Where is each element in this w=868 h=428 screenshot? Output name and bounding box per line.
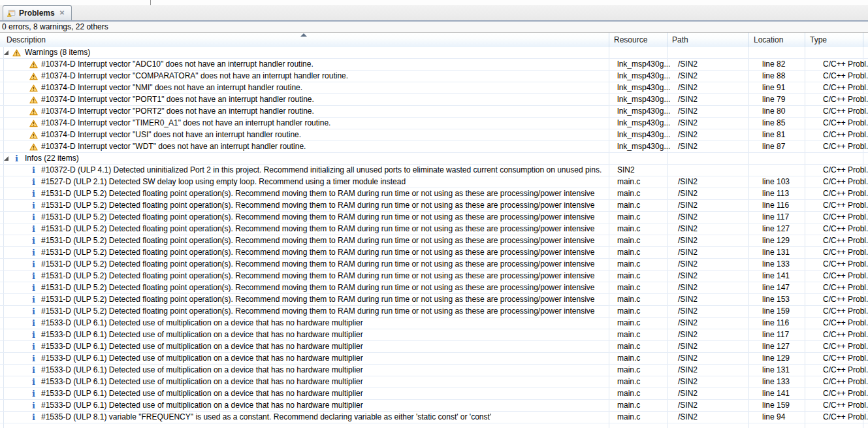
warning-icon	[29, 61, 38, 69]
item-resource: lnk_msp430g...	[613, 141, 671, 152]
table-row[interactable]: i #1533-D (ULP 6.1) Detected use of mult…	[0, 318, 868, 329]
column-header-resource[interactable]: Resource	[609, 33, 667, 47]
table-row[interactable]: i #1533-D (ULP 6.1) Detected use of mult…	[0, 341, 868, 353]
expand-caret-icon[interactable]	[3, 156, 9, 161]
item-path: /SIN2	[674, 388, 756, 399]
item-path: /SIN2	[674, 306, 756, 317]
item-location: line 131	[759, 247, 815, 258]
item-resource: main.c	[613, 235, 671, 246]
table-row[interactable]: i #1531-D (ULP 5.2) Detected floating po…	[0, 212, 868, 223]
item-path: /SIN2	[674, 341, 756, 352]
group-row[interactable]: i Infos (22 items)	[0, 153, 868, 165]
item-description: #10374-D Interrupt vector "COMPARATORA" …	[41, 71, 348, 82]
item-description: #1533-D (ULP 6.1) Detected use of multip…	[41, 388, 363, 399]
group-row[interactable]: i Warnings (8 items)	[0, 47, 868, 59]
table-row[interactable]: i #10374-D Interrupt vector "PORT1" does…	[0, 94, 868, 106]
item-description: #10374-D Interrupt vector "PORT1" does n…	[41, 94, 314, 105]
table-row[interactable]: i #1531-D (ULP 5.2) Detected floating po…	[0, 306, 868, 318]
item-resource: SIN2	[613, 165, 671, 176]
column-header-path[interactable]: Path	[667, 33, 749, 47]
table-body: i Warnings (8 items) i #10374-D Interrup…	[0, 47, 868, 428]
item-description: #1531-D (ULP 5.2) Detected floating poin…	[41, 271, 595, 282]
item-resource: main.c	[613, 212, 671, 223]
item-resource: main.c	[613, 365, 671, 376]
table-row[interactable]: i #10374-D Interrupt vector "COMPARATORA…	[0, 71, 868, 82]
tab-close-icon[interactable]: ✕	[58, 9, 66, 17]
item-location: line 91	[759, 82, 815, 93]
item-resource: lnk_msp430g...	[613, 129, 671, 140]
table-row[interactable]: i #10374-D Interrupt vector "NMI" does n…	[0, 82, 868, 94]
table-row[interactable]: i #1527-D (ULP 2.1) Detected SW delay lo…	[0, 176, 868, 188]
severity-icon: i	[29, 261, 38, 269]
table-row[interactable]: i #10374-D Interrupt vector "USI" does n…	[0, 129, 868, 141]
info-icon: i	[32, 261, 35, 269]
item-path: /SIN2	[674, 247, 756, 258]
tab-title: Problems	[19, 8, 55, 18]
item-path: /SIN2	[674, 400, 756, 411]
info-icon: i	[32, 296, 35, 304]
table-row[interactable]: i #10374-D Interrupt vector "WDT" does n…	[0, 141, 868, 153]
column-header-location[interactable]: Location	[749, 33, 805, 47]
info-icon: i	[32, 202, 35, 210]
item-path: /SIN2	[674, 318, 756, 329]
item-resource: main.c	[613, 188, 671, 199]
table-row[interactable]: i #1533-D (ULP 6.1) Detected use of mult…	[0, 376, 868, 388]
item-path: /SIN2	[674, 235, 756, 246]
item-resource: main.c	[613, 259, 671, 270]
table-row[interactable]: i #1531-D (ULP 5.2) Detected floating po…	[0, 235, 868, 247]
info-icon: i	[32, 402, 35, 410]
table-row[interactable]: i #1531-D (ULP 5.2) Detected floating po…	[0, 282, 868, 294]
table-row[interactable]: i #1531-D (ULP 5.2) Detected floating po…	[0, 294, 868, 306]
severity-icon: i	[29, 390, 38, 398]
item-resource: main.c	[613, 223, 671, 235]
sash-divider[interactable]	[150, 0, 151, 5]
item-path: /SIN2	[674, 259, 756, 270]
item-location: line 141	[759, 271, 815, 282]
item-type: C/C++ Probl...	[818, 165, 868, 176]
warning-icon	[29, 73, 38, 80]
top-edge-strip	[0, 0, 868, 5]
table-row[interactable]: i #1531-D (ULP 5.2) Detected floating po…	[0, 271, 868, 282]
problems-view-icon	[7, 8, 16, 18]
info-icon: i	[32, 308, 35, 316]
item-location: line 79	[759, 94, 815, 105]
table-row[interactable]: i #1531-D (ULP 5.2) Detected floating po…	[0, 200, 868, 212]
severity-icon: i	[29, 402, 38, 410]
table-row[interactable]: i #10372-D (ULP 4.1) Detected uninitiali…	[0, 165, 868, 176]
item-location: line 141	[759, 388, 815, 399]
item-type: C/C++ Probl...	[818, 412, 868, 423]
item-path	[674, 165, 756, 176]
table-row[interactable]: i #1533-D (ULP 6.1) Detected use of mult…	[0, 329, 868, 341]
item-path: /SIN2	[674, 282, 756, 293]
table-row[interactable]: i #1531-D (ULP 5.2) Detected floating po…	[0, 223, 868, 235]
severity-icon: i	[29, 249, 38, 257]
table-row[interactable]: i #1533-D (ULP 6.1) Detected use of mult…	[0, 400, 868, 412]
table-row[interactable]: i #1531-D (ULP 5.2) Detected floating po…	[0, 247, 868, 259]
expand-caret-icon[interactable]	[3, 50, 9, 56]
column-header-type[interactable]: Type	[805, 33, 863, 47]
item-resource: main.c	[613, 341, 671, 352]
table-row[interactable]: i #1535-D (ULP 8.1) variable "FREQUENCY"…	[0, 412, 868, 423]
item-description: #1531-D (ULP 5.2) Detected floating poin…	[41, 212, 595, 223]
item-type: C/C++ Probl...	[818, 141, 868, 152]
table-row[interactable]: i #1533-D (ULP 6.1) Detected use of mult…	[0, 365, 868, 376]
info-icon: i	[32, 331, 35, 339]
item-path: /SIN2	[674, 223, 756, 235]
severity-icon: i	[12, 155, 21, 163]
table-row[interactable]: i #10374-D Interrupt vector "TIMER0_A1" …	[0, 118, 868, 129]
summary-text: 0 errors, 8 warnings, 22 others	[2, 22, 108, 31]
table-row[interactable]: i #10374-D Interrupt vector "ADC10" does…	[0, 59, 868, 71]
item-location: line 113	[759, 188, 815, 199]
table-row[interactable]: i #1531-D (ULP 5.2) Detected floating po…	[0, 259, 868, 271]
item-type: C/C++ Probl...	[818, 106, 868, 117]
item-location: line 133	[759, 376, 815, 387]
table-row[interactable]: i #1533-D (ULP 6.1) Detected use of mult…	[0, 353, 868, 365]
table-row[interactable]: i #10374-D Interrupt vector "PORT2" does…	[0, 106, 868, 118]
item-type: C/C++ Probl...	[818, 59, 868, 70]
table-row[interactable]: i #1533-D (ULP 6.1) Detected use of mult…	[0, 388, 868, 400]
tab-problems[interactable]: Problems ✕	[3, 5, 72, 20]
table-row[interactable]: i #1531-D (ULP 5.2) Detected floating po…	[0, 188, 868, 200]
item-path: /SIN2	[674, 94, 756, 105]
severity-icon: i	[29, 225, 38, 233]
severity-icon: i	[29, 355, 38, 363]
